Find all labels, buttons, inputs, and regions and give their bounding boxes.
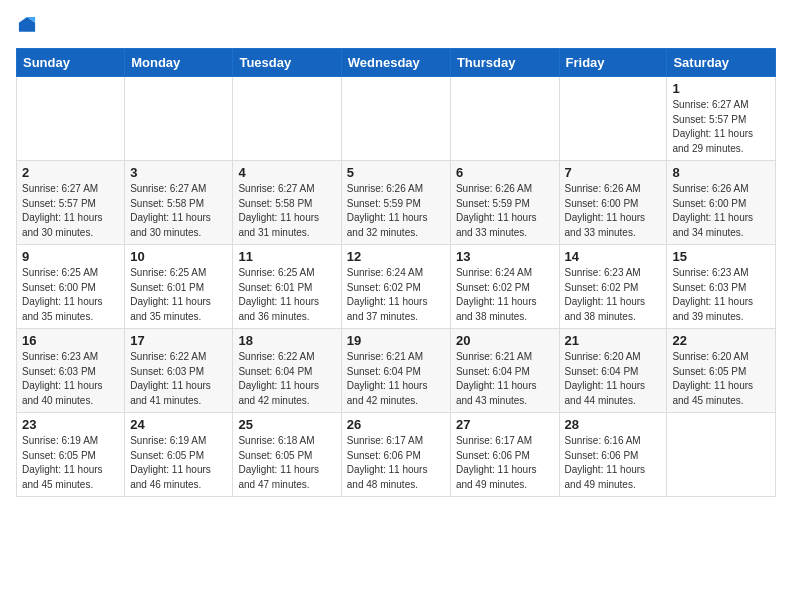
day-info: Sunrise: 6:19 AM Sunset: 6:05 PM Dayligh… bbox=[130, 434, 227, 492]
day-info: Sunrise: 6:27 AM Sunset: 5:57 PM Dayligh… bbox=[672, 98, 770, 156]
calendar-table: SundayMondayTuesdayWednesdayThursdayFrid… bbox=[16, 48, 776, 497]
calendar-cell: 14Sunrise: 6:23 AM Sunset: 6:02 PM Dayli… bbox=[559, 245, 667, 329]
calendar-cell: 17Sunrise: 6:22 AM Sunset: 6:03 PM Dayli… bbox=[125, 329, 233, 413]
calendar-week-row: 1Sunrise: 6:27 AM Sunset: 5:57 PM Daylig… bbox=[17, 77, 776, 161]
day-of-week-header: Tuesday bbox=[233, 49, 341, 77]
calendar-cell: 12Sunrise: 6:24 AM Sunset: 6:02 PM Dayli… bbox=[341, 245, 450, 329]
calendar-cell: 1Sunrise: 6:27 AM Sunset: 5:57 PM Daylig… bbox=[667, 77, 776, 161]
day-of-week-header: Friday bbox=[559, 49, 667, 77]
day-number: 18 bbox=[238, 333, 335, 348]
day-number: 21 bbox=[565, 333, 662, 348]
day-info: Sunrise: 6:27 AM Sunset: 5:58 PM Dayligh… bbox=[130, 182, 227, 240]
calendar-cell bbox=[341, 77, 450, 161]
calendar-cell: 7Sunrise: 6:26 AM Sunset: 6:00 PM Daylig… bbox=[559, 161, 667, 245]
day-info: Sunrise: 6:20 AM Sunset: 6:05 PM Dayligh… bbox=[672, 350, 770, 408]
day-info: Sunrise: 6:21 AM Sunset: 6:04 PM Dayligh… bbox=[456, 350, 554, 408]
day-number: 4 bbox=[238, 165, 335, 180]
calendar-cell: 16Sunrise: 6:23 AM Sunset: 6:03 PM Dayli… bbox=[17, 329, 125, 413]
calendar-cell: 20Sunrise: 6:21 AM Sunset: 6:04 PM Dayli… bbox=[450, 329, 559, 413]
day-number: 25 bbox=[238, 417, 335, 432]
calendar-week-row: 16Sunrise: 6:23 AM Sunset: 6:03 PM Dayli… bbox=[17, 329, 776, 413]
calendar-cell: 28Sunrise: 6:16 AM Sunset: 6:06 PM Dayli… bbox=[559, 413, 667, 497]
day-info: Sunrise: 6:17 AM Sunset: 6:06 PM Dayligh… bbox=[456, 434, 554, 492]
calendar-cell: 10Sunrise: 6:25 AM Sunset: 6:01 PM Dayli… bbox=[125, 245, 233, 329]
day-number: 6 bbox=[456, 165, 554, 180]
page-header bbox=[16, 16, 776, 38]
day-number: 23 bbox=[22, 417, 119, 432]
calendar-cell bbox=[667, 413, 776, 497]
calendar-cell: 6Sunrise: 6:26 AM Sunset: 5:59 PM Daylig… bbox=[450, 161, 559, 245]
calendar-cell: 23Sunrise: 6:19 AM Sunset: 6:05 PM Dayli… bbox=[17, 413, 125, 497]
calendar-cell bbox=[450, 77, 559, 161]
day-info: Sunrise: 6:25 AM Sunset: 6:01 PM Dayligh… bbox=[238, 266, 335, 324]
day-number: 24 bbox=[130, 417, 227, 432]
day-info: Sunrise: 6:23 AM Sunset: 6:03 PM Dayligh… bbox=[22, 350, 119, 408]
day-number: 20 bbox=[456, 333, 554, 348]
calendar-cell: 24Sunrise: 6:19 AM Sunset: 6:05 PM Dayli… bbox=[125, 413, 233, 497]
calendar-cell: 3Sunrise: 6:27 AM Sunset: 5:58 PM Daylig… bbox=[125, 161, 233, 245]
day-number: 7 bbox=[565, 165, 662, 180]
day-number: 5 bbox=[347, 165, 445, 180]
day-of-week-header: Wednesday bbox=[341, 49, 450, 77]
calendar-cell: 15Sunrise: 6:23 AM Sunset: 6:03 PM Dayli… bbox=[667, 245, 776, 329]
day-info: Sunrise: 6:22 AM Sunset: 6:04 PM Dayligh… bbox=[238, 350, 335, 408]
day-number: 17 bbox=[130, 333, 227, 348]
calendar-cell: 19Sunrise: 6:21 AM Sunset: 6:04 PM Dayli… bbox=[341, 329, 450, 413]
day-info: Sunrise: 6:24 AM Sunset: 6:02 PM Dayligh… bbox=[456, 266, 554, 324]
day-info: Sunrise: 6:26 AM Sunset: 5:59 PM Dayligh… bbox=[456, 182, 554, 240]
day-number: 12 bbox=[347, 249, 445, 264]
day-of-week-header: Sunday bbox=[17, 49, 125, 77]
day-info: Sunrise: 6:21 AM Sunset: 6:04 PM Dayligh… bbox=[347, 350, 445, 408]
day-number: 1 bbox=[672, 81, 770, 96]
day-number: 19 bbox=[347, 333, 445, 348]
calendar-cell: 2Sunrise: 6:27 AM Sunset: 5:57 PM Daylig… bbox=[17, 161, 125, 245]
day-info: Sunrise: 6:27 AM Sunset: 5:57 PM Dayligh… bbox=[22, 182, 119, 240]
day-of-week-header: Thursday bbox=[450, 49, 559, 77]
day-info: Sunrise: 6:22 AM Sunset: 6:03 PM Dayligh… bbox=[130, 350, 227, 408]
day-number: 22 bbox=[672, 333, 770, 348]
calendar-cell bbox=[559, 77, 667, 161]
day-info: Sunrise: 6:18 AM Sunset: 6:05 PM Dayligh… bbox=[238, 434, 335, 492]
day-number: 9 bbox=[22, 249, 119, 264]
calendar-cell: 22Sunrise: 6:20 AM Sunset: 6:05 PM Dayli… bbox=[667, 329, 776, 413]
day-number: 10 bbox=[130, 249, 227, 264]
calendar-cell: 11Sunrise: 6:25 AM Sunset: 6:01 PM Dayli… bbox=[233, 245, 341, 329]
logo bbox=[16, 16, 38, 38]
day-info: Sunrise: 6:25 AM Sunset: 6:01 PM Dayligh… bbox=[130, 266, 227, 324]
calendar-header-row: SundayMondayTuesdayWednesdayThursdayFrid… bbox=[17, 49, 776, 77]
day-info: Sunrise: 6:23 AM Sunset: 6:03 PM Dayligh… bbox=[672, 266, 770, 324]
calendar-cell: 25Sunrise: 6:18 AM Sunset: 6:05 PM Dayli… bbox=[233, 413, 341, 497]
day-number: 3 bbox=[130, 165, 227, 180]
calendar-cell: 21Sunrise: 6:20 AM Sunset: 6:04 PM Dayli… bbox=[559, 329, 667, 413]
day-info: Sunrise: 6:27 AM Sunset: 5:58 PM Dayligh… bbox=[238, 182, 335, 240]
calendar-week-row: 9Sunrise: 6:25 AM Sunset: 6:00 PM Daylig… bbox=[17, 245, 776, 329]
day-number: 15 bbox=[672, 249, 770, 264]
day-of-week-header: Monday bbox=[125, 49, 233, 77]
calendar-cell: 27Sunrise: 6:17 AM Sunset: 6:06 PM Dayli… bbox=[450, 413, 559, 497]
day-number: 8 bbox=[672, 165, 770, 180]
calendar-week-row: 23Sunrise: 6:19 AM Sunset: 6:05 PM Dayli… bbox=[17, 413, 776, 497]
calendar-cell: 5Sunrise: 6:26 AM Sunset: 5:59 PM Daylig… bbox=[341, 161, 450, 245]
day-number: 2 bbox=[22, 165, 119, 180]
calendar-cell: 13Sunrise: 6:24 AM Sunset: 6:02 PM Dayli… bbox=[450, 245, 559, 329]
generalblue-icon bbox=[18, 16, 36, 34]
calendar-cell: 4Sunrise: 6:27 AM Sunset: 5:58 PM Daylig… bbox=[233, 161, 341, 245]
day-number: 16 bbox=[22, 333, 119, 348]
calendar-cell: 18Sunrise: 6:22 AM Sunset: 6:04 PM Dayli… bbox=[233, 329, 341, 413]
day-info: Sunrise: 6:23 AM Sunset: 6:02 PM Dayligh… bbox=[565, 266, 662, 324]
day-info: Sunrise: 6:26 AM Sunset: 6:00 PM Dayligh… bbox=[672, 182, 770, 240]
calendar-cell bbox=[17, 77, 125, 161]
day-info: Sunrise: 6:25 AM Sunset: 6:00 PM Dayligh… bbox=[22, 266, 119, 324]
calendar-cell bbox=[233, 77, 341, 161]
day-info: Sunrise: 6:24 AM Sunset: 6:02 PM Dayligh… bbox=[347, 266, 445, 324]
day-info: Sunrise: 6:17 AM Sunset: 6:06 PM Dayligh… bbox=[347, 434, 445, 492]
day-number: 26 bbox=[347, 417, 445, 432]
day-info: Sunrise: 6:19 AM Sunset: 6:05 PM Dayligh… bbox=[22, 434, 119, 492]
calendar-cell: 9Sunrise: 6:25 AM Sunset: 6:00 PM Daylig… bbox=[17, 245, 125, 329]
calendar-week-row: 2Sunrise: 6:27 AM Sunset: 5:57 PM Daylig… bbox=[17, 161, 776, 245]
calendar-cell bbox=[125, 77, 233, 161]
day-of-week-header: Saturday bbox=[667, 49, 776, 77]
day-number: 14 bbox=[565, 249, 662, 264]
calendar-cell: 26Sunrise: 6:17 AM Sunset: 6:06 PM Dayli… bbox=[341, 413, 450, 497]
day-number: 27 bbox=[456, 417, 554, 432]
